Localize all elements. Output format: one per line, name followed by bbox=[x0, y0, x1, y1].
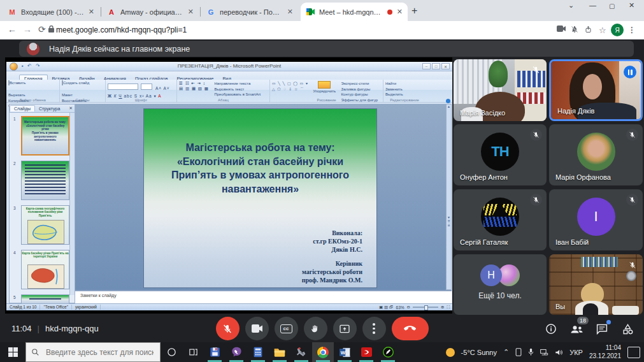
ppt-maximize-button[interactable]: □ bbox=[432, 63, 440, 69]
slide-thumbnail-5[interactable]: 5 bbox=[21, 294, 69, 303]
tray-expand-chevron-icon[interactable]: ⌃ bbox=[503, 348, 509, 356]
find-button[interactable]: Найти bbox=[385, 81, 424, 87]
close-tab-icon[interactable]: ✕ bbox=[397, 8, 403, 16]
zoom-in-icon[interactable]: ⊕ bbox=[441, 305, 444, 310]
panel-close-icon[interactable]: ✕ bbox=[69, 106, 73, 111]
mic-toggle-button[interactable] bbox=[216, 317, 240, 340]
share-icon[interactable] bbox=[585, 25, 592, 33]
network-icon[interactable] bbox=[540, 349, 548, 356]
browser-menu-icon[interactable]: ⋮ bbox=[628, 25, 636, 34]
more-options-button[interactable] bbox=[362, 317, 386, 340]
arrange-button[interactable]: Упорядочить bbox=[313, 89, 336, 94]
weather-sun-icon[interactable] bbox=[446, 348, 455, 357]
list-buttons[interactable]: ☰ ☷ ⇤ ⇥ ↕ bbox=[179, 81, 209, 86]
participant-tile[interactable]: Марія Орфанова bbox=[549, 124, 643, 185]
notifications-muted-icon[interactable] bbox=[571, 25, 578, 33]
bookmark-star-icon[interactable]: ☆ bbox=[599, 25, 606, 35]
paste-button[interactable]: Вставить bbox=[8, 81, 25, 85]
activities-icon[interactable] bbox=[620, 321, 635, 337]
back-icon[interactable]: ← bbox=[8, 24, 17, 34]
slide-thumbnail-3[interactable]: 3 Карта-схема географічного положення ба… bbox=[21, 205, 69, 245]
grow-shrink-font-icons[interactable]: A˄ A˅ bbox=[155, 86, 170, 90]
slide-thumbnail-4[interactable]: 4 Карта басейну річки Прип’ять на терито… bbox=[21, 250, 69, 289]
profile-avatar[interactable]: Я bbox=[611, 24, 624, 36]
participant-tile[interactable]: TH Онуфер Антон bbox=[454, 124, 547, 185]
text-direction-button[interactable]: Направление текста bbox=[214, 81, 261, 87]
action-center-icon[interactable] bbox=[627, 347, 640, 358]
select-button[interactable]: Выделить bbox=[385, 92, 424, 98]
camera-in-use-icon[interactable] bbox=[557, 25, 566, 32]
new-slide-button[interactable]: Создать слайд bbox=[62, 81, 89, 85]
smartart-button[interactable]: Преобразовать в SmartArt bbox=[214, 92, 261, 98]
language-indicator[interactable]: УКР bbox=[569, 349, 583, 356]
tab-meet-active[interactable]: Meet – hkd-mgqn-qqu ✕ bbox=[301, 3, 408, 21]
panel-tab-slides[interactable]: Слайды bbox=[10, 105, 35, 112]
search-input[interactable] bbox=[45, 347, 155, 358]
tab-google-search[interactable]: G переводчик - Поиск в Google ✕ bbox=[201, 3, 298, 21]
zoom-out-icon[interactable]: ⊖ bbox=[407, 305, 410, 310]
align-buttons[interactable]: ▤ ▥ ▦ ▧ ▩ bbox=[179, 86, 209, 91]
close-tab-icon[interactable]: ✕ bbox=[89, 8, 94, 16]
notes-pane[interactable]: Заметки к слайду bbox=[75, 290, 452, 303]
fit-slide-icon[interactable]: ⛶ bbox=[447, 305, 450, 310]
zoom-slider[interactable] bbox=[413, 307, 438, 308]
participant-tile[interactable]: Марія Засідко bbox=[454, 59, 547, 121]
url-bar[interactable]: meet.google.com/hkd-mgqn-qqu?pli=1 bbox=[56, 25, 187, 34]
slide-thumbnail-1[interactable]: 1 Магістерська робота на тему: «Екологіч… bbox=[21, 116, 69, 156]
align-text-button[interactable]: Выровнять текст bbox=[214, 87, 261, 92]
font-size-select[interactable] bbox=[141, 83, 152, 90]
replace-button[interactable]: Заменить bbox=[385, 87, 424, 92]
participant-tile-speaking[interactable]: Надія Дяків bbox=[549, 59, 643, 121]
cut-button[interactable]: Вырезать bbox=[8, 92, 43, 98]
weather-label[interactable]: -5°C Sunny bbox=[461, 349, 497, 356]
help-icon[interactable] bbox=[446, 99, 450, 103]
close-tab-icon[interactable]: ✕ bbox=[188, 8, 194, 16]
window-close-button[interactable]: ✕ bbox=[629, 1, 634, 10]
taskbar-search[interactable] bbox=[25, 342, 161, 362]
window-minimize-button[interactable]: — bbox=[589, 1, 596, 9]
participants-icon[interactable]: 18 bbox=[569, 321, 584, 337]
tab-gmail[interactable]: M Входящие (100) - yarad1964@g ✕ bbox=[3, 3, 99, 21]
floppy-app-icon[interactable] bbox=[204, 342, 225, 362]
file-explorer-icon[interactable] bbox=[269, 342, 290, 362]
meeting-details-icon[interactable] bbox=[543, 321, 559, 337]
reload-icon[interactable]: ⟳ bbox=[38, 24, 46, 34]
slide-thumbnail-2[interactable]: 2 bbox=[21, 161, 69, 200]
start-button[interactable] bbox=[0, 342, 25, 362]
panel-scrollbar[interactable] bbox=[69, 113, 75, 295]
shape-outline-button[interactable]: Контур фигуры bbox=[341, 92, 378, 98]
window-maximize-button[interactable]: ▢ bbox=[609, 3, 615, 10]
cortana-icon[interactable] bbox=[161, 342, 182, 362]
overflow-participants-tile[interactable]: Н Ещё 10 чел. bbox=[454, 254, 547, 315]
participant-tile[interactable]: Сергій Гаталяк bbox=[454, 189, 547, 250]
quick-styles-button[interactable]: Экспресс-стили bbox=[341, 81, 378, 87]
present-button[interactable] bbox=[333, 317, 357, 340]
participant-tile[interactable]: I Іван Бабій bbox=[549, 189, 643, 250]
slide-scrollbar[interactable]: ▲▼⇈⇊ bbox=[446, 104, 452, 290]
calculator-icon[interactable] bbox=[247, 342, 269, 362]
layout-button[interactable]: Макет bbox=[62, 92, 86, 98]
volume-icon[interactable] bbox=[555, 349, 563, 356]
self-view-tile[interactable]: Вы bbox=[549, 254, 643, 315]
camera-toggle-button[interactable] bbox=[245, 317, 269, 340]
ppt-minimize-button[interactable]: – bbox=[422, 63, 431, 69]
panel-tab-outline[interactable]: Структура bbox=[35, 106, 64, 112]
media-player-icon[interactable] bbox=[355, 342, 377, 362]
view-buttons[interactable]: ▣ ▥ 🗗 bbox=[379, 305, 393, 310]
new-tab-button[interactable]: + bbox=[411, 5, 417, 17]
chrome-icon[interactable] bbox=[312, 342, 334, 362]
viber-icon[interactable] bbox=[225, 342, 247, 362]
close-tab-icon[interactable]: ✕ bbox=[287, 8, 293, 16]
task-view-icon[interactable] bbox=[182, 342, 204, 362]
font-name-select[interactable] bbox=[108, 83, 138, 90]
shape-fill-button[interactable]: Заливка фигуры bbox=[341, 87, 378, 92]
raise-hand-button[interactable] bbox=[304, 317, 327, 340]
tab-search-chevron-icon[interactable]: ⌄ bbox=[568, 1, 574, 10]
tab-amway[interactable]: A Amway - официальный сайт и и ✕ bbox=[102, 3, 199, 21]
shapes-gallery[interactable]: ▭ ╲ ╲ ▢ ◯ ▭ ▾△ ⬠ ♢ ⇩ ☆ ⌒ bbox=[272, 81, 308, 92]
chat-icon[interactable] bbox=[594, 321, 610, 337]
forward-icon[interactable]: → bbox=[23, 24, 32, 34]
phone-link-icon[interactable] bbox=[515, 348, 522, 356]
clock[interactable]: 11:04 23.12.2021 bbox=[589, 344, 621, 360]
ppt-close-button[interactable]: ✕ bbox=[441, 63, 450, 69]
